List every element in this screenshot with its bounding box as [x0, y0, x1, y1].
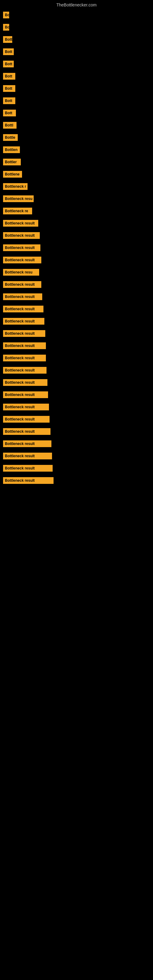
bottleneck-label: Bottleneck result [3, 379, 48, 386]
list-item: Bottleneck result [3, 404, 153, 410]
bottleneck-label: Bottlene [3, 171, 22, 178]
bottleneck-label: Bottlen [3, 146, 20, 153]
list-item: Bottle [3, 134, 153, 141]
bottleneck-label: Bo [3, 12, 9, 18]
list-item: Bottleneck result [3, 232, 153, 239]
list-item: Bottleneck result [3, 379, 153, 386]
list-item: Bottleneck result [3, 257, 153, 263]
bottleneck-label: Bottleneck result [3, 465, 53, 472]
list-item: Bottleneck resu [3, 196, 153, 202]
list-item: Bott [3, 97, 153, 104]
list-item: Bo [3, 12, 153, 18]
bottleneck-label: Bott [3, 110, 16, 116]
bottleneck-label: Bott [3, 60, 14, 67]
bottleneck-label: Bott [3, 48, 14, 55]
bottleneck-label: Bott [3, 73, 15, 80]
list-item: Bottleneck result [3, 220, 153, 227]
bottleneck-label: Bottleneck result [3, 355, 46, 361]
bottleneck-label: Bott [3, 36, 12, 43]
bottleneck-label: Bottleneck resu [3, 196, 33, 202]
bottleneck-label: Bottleneck result [3, 416, 49, 423]
bottleneck-label: Bottleneck resu [3, 269, 39, 275]
bottleneck-label: Bottle [3, 134, 18, 141]
bottleneck-label: Bottleneck result [3, 305, 43, 312]
list-item: Bottleneck result [3, 281, 153, 288]
list-item: Bottleneck r [3, 183, 153, 190]
list-item: Bottleneck result [3, 441, 153, 447]
bottleneck-label: Bottleneck result [3, 453, 52, 460]
bottleneck-label: Bottleneck result [3, 232, 40, 239]
items-container: BoBoBottBottBottBottBottBottBottBottlBot… [0, 9, 153, 492]
bottleneck-label: Bott [3, 85, 15, 92]
list-item: Bo [3, 24, 153, 30]
bottleneck-label: Bottleneck result [3, 257, 41, 263]
list-item: Bottleneck result [3, 355, 153, 361]
site-title: TheBottlenecker.com [0, 0, 153, 9]
bottleneck-label: Bottl [3, 122, 16, 129]
list-item: Bottleneck result [3, 416, 153, 423]
list-item: Bottleneck result [3, 465, 153, 472]
list-item: Bott [3, 48, 153, 55]
bottleneck-label: Bottleneck result [3, 342, 46, 349]
list-item: Bott [3, 73, 153, 80]
bottleneck-label: Bottleneck r [3, 183, 27, 190]
list-item: Bottleneck result [3, 330, 153, 337]
list-item: Bott [3, 60, 153, 67]
bottleneck-label: Bottleneck result [3, 244, 40, 251]
list-item: Bott [3, 110, 153, 116]
list-item: Bottleneck result [3, 367, 153, 374]
bottleneck-label: Bottler [3, 159, 21, 165]
list-item: Bottleneck result [3, 318, 153, 325]
bottleneck-label: Bottleneck result [3, 330, 45, 337]
list-item: Bottleneck result [3, 293, 153, 300]
bottleneck-label: Bottleneck result [3, 367, 46, 374]
list-item: Bott [3, 85, 153, 92]
bottleneck-label: Bottleneck result [3, 391, 48, 398]
bottleneck-label: Bottleneck result [3, 477, 54, 484]
bottleneck-label: Bottleneck re [3, 208, 32, 215]
bottleneck-label: Bott [3, 97, 15, 104]
bottleneck-label: Bottleneck result [3, 428, 51, 435]
bottleneck-label: Bottleneck result [3, 441, 51, 447]
list-item: Bottlen [3, 146, 153, 153]
bottleneck-label: Bottleneck result [3, 404, 49, 410]
list-item: Bottleneck result [3, 428, 153, 435]
list-item: Bottleneck result [3, 391, 153, 398]
list-item: Bottleneck result [3, 305, 153, 312]
list-item: Bott [3, 36, 153, 43]
bottleneck-label: Bo [3, 24, 9, 30]
bottleneck-label: Bottleneck result [3, 318, 45, 325]
list-item: Bottleneck result [3, 477, 153, 484]
bottleneck-label: Bottleneck result [3, 293, 42, 300]
list-item: Bottlene [3, 171, 153, 178]
list-item: Bottler [3, 159, 153, 165]
list-item: Bottl [3, 122, 153, 129]
list-item: Bottleneck re [3, 208, 153, 215]
list-item: Bottleneck result [3, 244, 153, 251]
list-item: Bottleneck result [3, 453, 153, 460]
list-item: Bottleneck result [3, 342, 153, 349]
bottleneck-label: Bottleneck result [3, 220, 38, 227]
bottleneck-label: Bottleneck result [3, 281, 41, 288]
list-item: Bottleneck resu [3, 269, 153, 275]
